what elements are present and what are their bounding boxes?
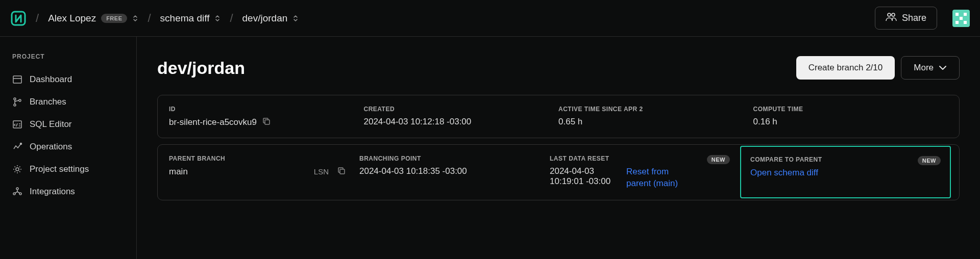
sidebar-item-label: SQL Editor — [30, 119, 72, 130]
breadcrumb-sep: / — [230, 12, 233, 25]
sidebar-item-integrations[interactable]: Integrations — [12, 180, 136, 203]
sidebar-item-branches[interactable]: Branches — [12, 91, 136, 113]
updown-icon — [292, 14, 299, 22]
sidebar-item-label: Branches — [30, 97, 66, 107]
more-label: More — [914, 63, 934, 73]
svg-point-2 — [892, 13, 895, 16]
breadcrumb-sep: / — [36, 12, 39, 25]
svg-rect-7 — [955, 21, 959, 24]
breadcrumb-branch[interactable]: dev/jordan — [242, 13, 299, 24]
branching-point-label: BRANCHING POINT — [359, 155, 550, 162]
branching-point-value: 2024-04-03 10:18:35 -03:00 — [359, 166, 550, 176]
brand-logo[interactable] — [10, 10, 27, 27]
svg-point-11 — [14, 98, 16, 100]
id-label: ID — [169, 106, 364, 113]
lsn-label: LSN — [314, 167, 329, 176]
active-time-label: ACTIVE TIME SINCE APR 2 — [558, 106, 753, 113]
sidebar: PROJECT Dashboard Branches SQL Editor Op… — [0, 37, 137, 259]
sql-icon — [12, 119, 22, 130]
sidebar-item-dashboard[interactable]: Dashboard — [12, 68, 136, 91]
reset-from-parent-link[interactable]: Reset from parent (main) — [626, 166, 688, 190]
svg-rect-8 — [964, 21, 967, 24]
updown-icon — [214, 14, 220, 22]
svg-rect-5 — [964, 13, 967, 16]
topbar: / Alex Lopez FREE / schema diff / dev/jo… — [0, 0, 980, 37]
create-branch-button[interactable]: Create branch 2/10 — [796, 56, 895, 80]
sidebar-item-project-settings[interactable]: Project settings — [12, 158, 136, 180]
breadcrumb-user-label: Alex Lopez — [48, 13, 96, 24]
breadcrumb-project[interactable]: schema diff — [160, 13, 221, 24]
integrations-icon — [12, 187, 22, 197]
chevron-down-icon — [939, 63, 947, 73]
parent-info-card: PARENT BRANCH main LSN BRANCHING POINT 2… — [157, 144, 960, 200]
svg-point-16 — [16, 168, 19, 171]
people-icon — [886, 12, 897, 24]
sidebar-item-sql-editor[interactable]: SQL Editor — [12, 113, 136, 136]
dashboard-icon — [12, 74, 22, 85]
gear-icon — [12, 164, 22, 174]
compute-time-value: 0.16 h — [753, 117, 948, 127]
parent-branch-label: PARENT BRANCH — [169, 155, 359, 162]
main-content: dev/jordan Create branch 2/10 More ID br… — [137, 37, 980, 259]
open-schema-diff-link[interactable]: Open schema diff — [750, 167, 941, 179]
copy-icon[interactable] — [262, 117, 271, 127]
compare-to-parent-panel: COMPARE TO PARENT NEW Open schema diff — [740, 146, 951, 198]
compare-label: COMPARE TO PARENT — [750, 156, 822, 163]
breadcrumb-user[interactable]: Alex Lopez FREE — [48, 13, 138, 24]
svg-rect-9 — [13, 76, 21, 83]
share-label: Share — [902, 13, 926, 23]
operations-icon — [12, 142, 22, 152]
new-badge: NEW — [918, 156, 941, 165]
branch-info-card: ID br-silent-rice-a5covku9 CREATED 2024-… — [157, 95, 960, 138]
last-reset-label: LAST DATA RESET — [550, 155, 609, 162]
svg-point-1 — [888, 13, 891, 16]
created-value: 2024-04-03 10:12:18 -03:00 — [364, 117, 559, 127]
sidebar-heading: PROJECT — [12, 53, 136, 60]
breadcrumb-sep: / — [148, 12, 151, 25]
active-time-value: 0.65 h — [558, 117, 753, 127]
new-badge: NEW — [707, 155, 730, 164]
svg-rect-21 — [340, 169, 345, 174]
sidebar-item-label: Integrations — [30, 187, 75, 197]
copy-icon[interactable] — [337, 166, 346, 177]
sidebar-item-label: Operations — [30, 142, 72, 152]
more-button[interactable]: More — [901, 56, 960, 80]
sidebar-item-label: Project settings — [30, 164, 89, 174]
svg-point-17 — [16, 188, 18, 190]
svg-point-13 — [19, 99, 21, 101]
svg-point-15 — [20, 143, 22, 145]
share-button[interactable]: Share — [875, 7, 937, 30]
svg-rect-20 — [265, 120, 270, 124]
breadcrumb-project-label: schema diff — [160, 13, 210, 24]
compute-time-label: COMPUTE TIME — [753, 106, 948, 113]
svg-rect-6 — [960, 17, 963, 20]
avatar[interactable] — [952, 10, 970, 27]
sidebar-item-label: Dashboard — [30, 74, 72, 85]
svg-point-12 — [14, 104, 16, 106]
parent-branch-value: main — [169, 167, 188, 177]
tier-badge: FREE — [101, 14, 127, 23]
id-value: br-silent-rice-a5covku9 — [169, 117, 257, 127]
page-title: dev/jordan — [157, 58, 245, 78]
breadcrumb-branch-label: dev/jordan — [242, 13, 288, 24]
branches-icon — [12, 97, 22, 107]
svg-rect-4 — [955, 13, 959, 16]
last-reset-value: 2024-04-03 10:19:01 -03:00 — [550, 166, 616, 190]
created-label: CREATED — [364, 106, 559, 113]
sidebar-item-operations[interactable]: Operations — [12, 136, 136, 158]
updown-icon — [132, 14, 138, 22]
